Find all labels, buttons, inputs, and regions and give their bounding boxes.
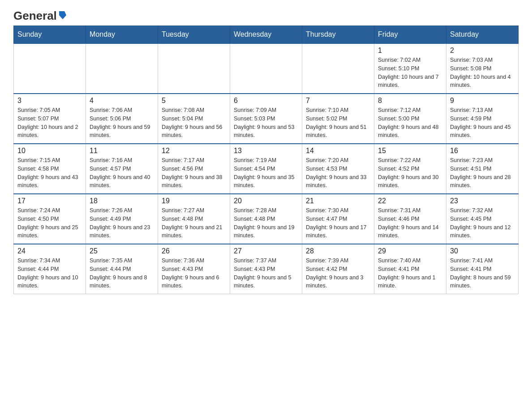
day-number: 24 xyxy=(17,247,82,255)
calendar-week-row: 1Sunrise: 7:02 AMSunset: 5:10 PMDaylight… xyxy=(14,43,519,94)
calendar-cell: 19Sunrise: 7:27 AMSunset: 4:48 PMDayligh… xyxy=(158,194,230,244)
calendar-week-row: 3Sunrise: 7:05 AMSunset: 5:07 PMDaylight… xyxy=(14,94,519,144)
day-number: 20 xyxy=(234,197,298,205)
day-number: 25 xyxy=(90,247,154,255)
day-number: 29 xyxy=(378,247,442,255)
logo-general-text: General xyxy=(13,9,57,23)
day-info: Sunrise: 7:24 AMSunset: 4:50 PMDaylight:… xyxy=(17,206,82,240)
day-number: 3 xyxy=(17,97,82,105)
day-number: 22 xyxy=(378,197,442,205)
day-info: Sunrise: 7:41 AMSunset: 4:41 PMDaylight:… xyxy=(450,257,515,290)
calendar-cell: 29Sunrise: 7:40 AMSunset: 4:41 PMDayligh… xyxy=(374,244,446,294)
day-number: 26 xyxy=(162,247,226,255)
day-number: 28 xyxy=(306,247,370,255)
calendar-week-row: 24Sunrise: 7:34 AMSunset: 4:44 PMDayligh… xyxy=(14,244,519,294)
svg-marker-0 xyxy=(59,11,66,19)
calendar-cell: 28Sunrise: 7:39 AMSunset: 4:42 PMDayligh… xyxy=(302,244,374,294)
day-info: Sunrise: 7:03 AMSunset: 5:08 PMDaylight:… xyxy=(450,56,515,90)
calendar-cell: 9Sunrise: 7:13 AMSunset: 4:59 PMDaylight… xyxy=(446,94,519,144)
calendar-cell: 12Sunrise: 7:17 AMSunset: 4:56 PMDayligh… xyxy=(158,144,230,194)
calendar-cell: 25Sunrise: 7:35 AMSunset: 4:44 PMDayligh… xyxy=(86,244,158,294)
day-number: 17 xyxy=(17,197,82,205)
calendar-table: SundayMondayTuesdayWednesdayThursdayFrid… xyxy=(13,26,519,294)
calendar-cell: 24Sunrise: 7:34 AMSunset: 4:44 PMDayligh… xyxy=(14,244,86,294)
calendar-cell xyxy=(158,43,230,94)
day-info: Sunrise: 7:19 AMSunset: 4:54 PMDaylight:… xyxy=(234,156,298,190)
calendar-cell: 8Sunrise: 7:12 AMSunset: 5:00 PMDaylight… xyxy=(374,94,446,144)
column-header-saturday: Saturday xyxy=(446,26,519,44)
day-info: Sunrise: 7:27 AMSunset: 4:48 PMDaylight:… xyxy=(162,206,226,240)
day-number: 30 xyxy=(450,247,515,255)
day-info: Sunrise: 7:35 AMSunset: 4:44 PMDaylight:… xyxy=(90,257,154,290)
day-number: 1 xyxy=(378,47,442,55)
calendar-cell: 20Sunrise: 7:28 AMSunset: 4:48 PMDayligh… xyxy=(230,194,302,244)
calendar-cell: 7Sunrise: 7:10 AMSunset: 5:02 PMDaylight… xyxy=(302,94,374,144)
calendar-cell: 3Sunrise: 7:05 AMSunset: 5:07 PMDaylight… xyxy=(14,94,86,144)
day-number: 8 xyxy=(378,97,442,105)
day-info: Sunrise: 7:30 AMSunset: 4:47 PMDaylight:… xyxy=(306,206,370,240)
day-number: 23 xyxy=(450,197,515,205)
day-number: 7 xyxy=(306,97,370,105)
day-info: Sunrise: 7:20 AMSunset: 4:53 PMDaylight:… xyxy=(306,156,370,190)
calendar-cell xyxy=(302,43,374,94)
day-info: Sunrise: 7:06 AMSunset: 5:06 PMDaylight:… xyxy=(90,106,154,140)
calendar-cell: 30Sunrise: 7:41 AMSunset: 4:41 PMDayligh… xyxy=(446,244,519,294)
day-info: Sunrise: 7:02 AMSunset: 5:10 PMDaylight:… xyxy=(378,56,442,90)
day-info: Sunrise: 7:37 AMSunset: 4:43 PMDaylight:… xyxy=(234,257,298,290)
calendar-cell: 10Sunrise: 7:15 AMSunset: 4:58 PMDayligh… xyxy=(14,144,86,194)
day-number: 2 xyxy=(450,47,515,55)
day-number: 13 xyxy=(234,147,298,155)
day-info: Sunrise: 7:16 AMSunset: 4:57 PMDaylight:… xyxy=(90,156,154,190)
day-number: 21 xyxy=(306,197,370,205)
calendar-week-row: 17Sunrise: 7:24 AMSunset: 4:50 PMDayligh… xyxy=(14,194,519,244)
calendar-cell: 23Sunrise: 7:32 AMSunset: 4:45 PMDayligh… xyxy=(446,194,519,244)
day-number: 10 xyxy=(17,147,82,155)
day-number: 11 xyxy=(90,147,154,155)
day-info: Sunrise: 7:10 AMSunset: 5:02 PMDaylight:… xyxy=(306,106,370,140)
day-number: 19 xyxy=(162,197,226,205)
day-info: Sunrise: 7:36 AMSunset: 4:43 PMDaylight:… xyxy=(162,257,226,290)
calendar-cell: 18Sunrise: 7:26 AMSunset: 4:49 PMDayligh… xyxy=(86,194,158,244)
day-info: Sunrise: 7:09 AMSunset: 5:03 PMDaylight:… xyxy=(234,106,298,140)
column-header-monday: Monday xyxy=(86,26,158,44)
calendar-header-row: SundayMondayTuesdayWednesdayThursdayFrid… xyxy=(14,26,519,44)
calendar-cell: 2Sunrise: 7:03 AMSunset: 5:08 PMDaylight… xyxy=(446,43,519,94)
calendar-cell: 15Sunrise: 7:22 AMSunset: 4:52 PMDayligh… xyxy=(374,144,446,194)
column-header-thursday: Thursday xyxy=(302,26,374,44)
day-info: Sunrise: 7:34 AMSunset: 4:44 PMDaylight:… xyxy=(17,257,82,290)
day-number: 27 xyxy=(234,247,298,255)
calendar-cell: 6Sunrise: 7:09 AMSunset: 5:03 PMDaylight… xyxy=(230,94,302,144)
column-header-tuesday: Tuesday xyxy=(158,26,230,44)
column-header-friday: Friday xyxy=(374,26,446,44)
day-info: Sunrise: 7:40 AMSunset: 4:41 PMDaylight:… xyxy=(378,257,442,290)
logo-line1: General xyxy=(13,9,68,23)
calendar-cell xyxy=(86,43,158,94)
day-number: 12 xyxy=(162,147,226,155)
calendar-cell xyxy=(14,43,86,94)
day-info: Sunrise: 7:17 AMSunset: 4:56 PMDaylight:… xyxy=(162,156,226,190)
day-info: Sunrise: 7:32 AMSunset: 4:45 PMDaylight:… xyxy=(450,206,515,240)
day-number: 14 xyxy=(306,147,370,155)
day-info: Sunrise: 7:28 AMSunset: 4:48 PMDaylight:… xyxy=(234,206,298,240)
calendar-cell: 26Sunrise: 7:36 AMSunset: 4:43 PMDayligh… xyxy=(158,244,230,294)
day-info: Sunrise: 7:08 AMSunset: 5:04 PMDaylight:… xyxy=(162,106,226,140)
calendar-cell: 5Sunrise: 7:08 AMSunset: 5:04 PMDaylight… xyxy=(158,94,230,144)
day-number: 5 xyxy=(162,97,226,105)
day-info: Sunrise: 7:12 AMSunset: 5:00 PMDaylight:… xyxy=(378,106,442,140)
day-info: Sunrise: 7:23 AMSunset: 4:51 PMDaylight:… xyxy=(450,156,515,190)
day-number: 6 xyxy=(234,97,298,105)
day-number: 16 xyxy=(450,147,515,155)
day-info: Sunrise: 7:31 AMSunset: 4:46 PMDaylight:… xyxy=(378,206,442,240)
day-info: Sunrise: 7:26 AMSunset: 4:49 PMDaylight:… xyxy=(90,206,154,240)
column-header-wednesday: Wednesday xyxy=(230,26,302,44)
page-header: General xyxy=(13,9,519,21)
calendar-cell: 13Sunrise: 7:19 AMSunset: 4:54 PMDayligh… xyxy=(230,144,302,194)
calendar-cell: 1Sunrise: 7:02 AMSunset: 5:10 PMDaylight… xyxy=(374,43,446,94)
calendar-cell: 27Sunrise: 7:37 AMSunset: 4:43 PMDayligh… xyxy=(230,244,302,294)
day-number: 4 xyxy=(90,97,154,105)
day-info: Sunrise: 7:15 AMSunset: 4:58 PMDaylight:… xyxy=(17,156,82,190)
day-info: Sunrise: 7:05 AMSunset: 5:07 PMDaylight:… xyxy=(17,106,82,140)
calendar-cell: 16Sunrise: 7:23 AMSunset: 4:51 PMDayligh… xyxy=(446,144,519,194)
logo-arrow-icon xyxy=(58,10,68,20)
day-number: 15 xyxy=(378,147,442,155)
